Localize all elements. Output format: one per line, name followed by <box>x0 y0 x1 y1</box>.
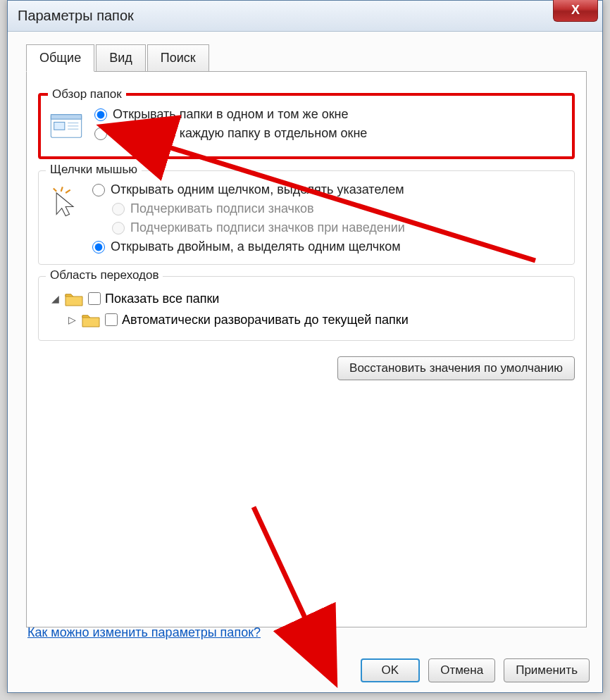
svg-line-7 <box>61 187 63 192</box>
tree-row-show-all: ◢ Показать все папки <box>44 288 568 309</box>
radio-double-click[interactable] <box>92 241 105 254</box>
svg-line-8 <box>66 190 70 193</box>
click-behavior-group: Щелчки мышью Открывать одним щ <box>38 170 575 265</box>
dialog-button-row: OK Отмена Применить <box>361 658 590 682</box>
dialog-content: Общие Вид Поиск Обзор папок <box>8 32 602 692</box>
radio-same-window[interactable] <box>94 108 107 121</box>
radio-single-click[interactable] <box>92 184 105 196</box>
navpane-legend: Область переходов <box>46 268 163 282</box>
label-new-window: Открывать каждую папку в отдельном окне <box>113 126 367 141</box>
window-title: Параметры папок <box>13 8 134 24</box>
ok-button[interactable]: OK <box>361 658 421 682</box>
close-icon: X <box>571 3 580 18</box>
tab-general[interactable]: Общие <box>26 44 94 72</box>
label-same-window: Открывать папки в одном и том же окне <box>113 107 349 122</box>
restore-defaults-button[interactable]: Восстановить значения по умолчанию <box>337 356 575 380</box>
tree-collapse-icon[interactable]: ◢ <box>50 293 60 304</box>
clicks-legend: Щелчки мышью <box>46 163 142 177</box>
browse-legend: Обзор папок <box>48 87 126 101</box>
label-show-all-folders: Показать все папки <box>105 292 219 306</box>
browse-folders-group: Обзор папок <box>38 93 575 159</box>
checkbox-show-all-folders[interactable] <box>88 292 101 305</box>
svg-rect-2 <box>54 123 65 130</box>
cursor-click-icon <box>44 182 84 222</box>
title-bar: Параметры папок X <box>8 1 602 32</box>
radio-new-window[interactable] <box>94 127 107 140</box>
browse-folders-icon <box>46 107 86 146</box>
svg-line-6 <box>54 189 56 192</box>
folder-icon <box>64 290 84 307</box>
apply-button[interactable]: Применить <box>504 658 590 682</box>
help-link[interactable]: Как можно изменить параметры папок? <box>27 625 261 640</box>
cancel-button[interactable]: Отмена <box>428 658 495 682</box>
tree-expand-icon[interactable]: ▷ <box>67 314 77 325</box>
label-underline-always: Подчеркивать подписи значков <box>130 201 314 216</box>
folder-options-dialog: Параметры папок X Общие Вид Поиск Обзор … <box>7 0 603 693</box>
svg-rect-1 <box>51 115 81 120</box>
label-single-click: Открывать одним щелчком, выделять указат… <box>111 182 404 197</box>
checkbox-auto-expand[interactable] <box>105 313 118 326</box>
label-underline-hover: Подчеркивать подписи значков при наведен… <box>130 220 405 235</box>
tab-search[interactable]: Поиск <box>147 44 209 72</box>
tab-panel-general: Обзор папок <box>26 71 587 627</box>
folder-icon <box>81 311 101 328</box>
navigation-pane-group: Область переходов ◢ Показать все папки ▷ <box>38 276 575 341</box>
radio-underline-hover <box>112 222 125 235</box>
tab-view[interactable]: Вид <box>96 44 146 72</box>
label-auto-expand: Автоматически разворачивать до текущей п… <box>122 313 409 327</box>
radio-underline-always <box>112 203 125 215</box>
label-double-click: Открывать двойным, а выделять одним щелч… <box>111 239 401 254</box>
close-button[interactable]: X <box>553 0 598 22</box>
tree-row-auto-expand: ▷ Автоматически разворачивать до текущей… <box>44 309 568 330</box>
tab-strip: Общие Вид Поиск <box>26 44 587 72</box>
